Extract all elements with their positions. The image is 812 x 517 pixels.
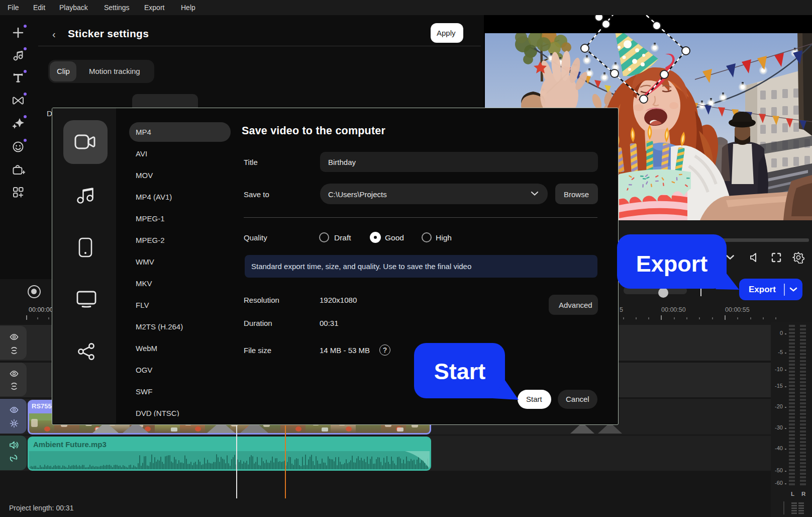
svg-text:Export: Export	[636, 251, 708, 277]
svg-text:Start: Start	[434, 359, 486, 384]
